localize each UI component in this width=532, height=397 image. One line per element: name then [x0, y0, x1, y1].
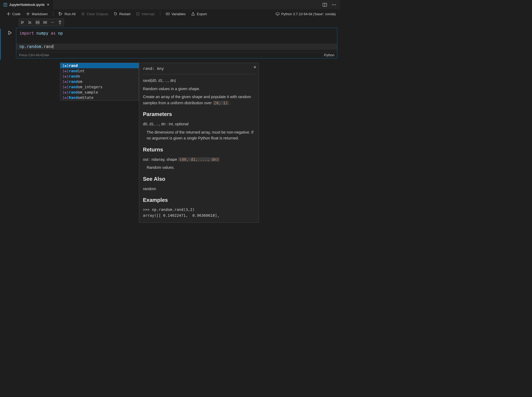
svg-rect-11	[276, 13, 279, 15]
doc-signature: rand: Any	[143, 66, 255, 74]
method-icon: [ɵ]	[62, 85, 67, 89]
variables-button[interactable]: Variables	[163, 11, 188, 17]
cell-more-icon[interactable]	[50, 20, 55, 25]
restart-kernel-button[interactable]: Restart	[111, 11, 133, 17]
svg-rect-15	[43, 21, 45, 23]
svg-rect-1	[5, 4, 6, 4]
doc-heading-examples: Examples	[143, 196, 255, 204]
autocomplete-item[interactable]: [ɵ] random_sample	[60, 90, 139, 95]
editor-tab-label: JupyterNotebook.ipynb	[9, 3, 45, 7]
autocomplete-item[interactable]: [ɵ] random_integers	[60, 84, 139, 90]
method-icon: [ɵ]	[62, 64, 67, 68]
doc-heading-returns: Returns	[143, 146, 255, 154]
autocomplete-item[interactable]: [ɵ] random	[60, 79, 139, 84]
method-icon: [ɵ]	[62, 69, 67, 73]
doc-summary: Random values in a given shape.	[143, 86, 255, 92]
editor-tab-bar: JupyterNotebook.ipynb ✕	[0, 0, 340, 9]
split-cell-icon[interactable]	[35, 20, 40, 25]
cell-status-bar: Press Ctrl+Alt+Enter Python	[16, 52, 337, 58]
cell-hint: Press Ctrl+Alt+Enter	[19, 53, 49, 57]
add-markdown-cell-button[interactable]: Markdown	[24, 11, 50, 17]
clear-outputs-button[interactable]: Clear Outputs	[79, 11, 110, 17]
svg-point-12	[277, 14, 277, 14]
autocomplete-item[interactable]: [ɵ] randint	[60, 68, 139, 74]
autocomplete-item[interactable]: [ɵ] RandomState	[60, 95, 139, 100]
method-icon: [ɵ]	[62, 80, 67, 84]
close-doc-icon[interactable]: ✕	[253, 65, 257, 70]
toolbar-separator	[160, 11, 160, 16]
notebook-body: import numpy as np np.random.rand Press …	[0, 19, 340, 58]
cell-editor[interactable]: import numpy as np np.random.rand Press …	[16, 28, 337, 58]
svg-rect-9	[137, 13, 139, 15]
svg-point-8	[335, 4, 336, 5]
toolbar-separator	[53, 11, 53, 16]
doc-heading-seealso: See Also	[143, 175, 255, 183]
cell-language-label[interactable]: Python	[324, 53, 334, 57]
documentation-popup: ✕ rand: Any rand(d0, d1, ..., dn) Random…	[139, 63, 259, 223]
add-code-cell-button[interactable]: Code	[4, 11, 23, 17]
kernel-label: Python 3.7.10 64-bit ('base': conda)	[281, 12, 336, 16]
split-editor-icon[interactable]	[322, 2, 327, 7]
run-all-button[interactable]: Run All	[57, 11, 78, 17]
svg-point-18	[52, 22, 53, 23]
svg-rect-10	[166, 13, 169, 15]
svg-point-17	[51, 22, 52, 23]
svg-point-6	[332, 4, 333, 5]
method-icon: [ɵ]	[62, 96, 67, 100]
doc-heading-parameters: Parameters	[143, 110, 255, 118]
code-cell: import numpy as np np.random.rand Press …	[4, 19, 340, 58]
autocomplete-item[interactable]: [ɵ] randn	[60, 74, 139, 79]
run-cell-gutter[interactable]	[4, 19, 16, 35]
svg-point-7	[334, 4, 334, 5]
notebook-toolbar: Code Markdown Run All Clear Outputs Rest…	[0, 9, 340, 19]
kernel-picker[interactable]: Python 3.7.10 64-bit ('base': conda)	[275, 12, 336, 16]
cell-focus-indicator	[0, 29, 1, 60]
svg-rect-2	[5, 5, 6, 5]
cell-toolbar	[19, 19, 64, 26]
svg-rect-13	[36, 21, 39, 22]
svg-rect-14	[36, 23, 39, 24]
method-icon: [ɵ]	[62, 90, 67, 94]
autocomplete-item[interactable]: [ɵ] rand	[60, 63, 139, 68]
doc-call: rand(d0, d1, ..., dn)	[143, 78, 255, 83]
delete-cell-icon[interactable]	[58, 20, 62, 25]
text-caret	[53, 44, 54, 49]
editor-tab[interactable]: JupyterNotebook.ipynb ✕	[0, 0, 53, 9]
run-below-icon[interactable]	[28, 20, 32, 25]
close-tab-icon[interactable]: ✕	[46, 3, 50, 7]
export-button[interactable]: Export	[189, 11, 209, 17]
svg-point-19	[53, 22, 54, 23]
change-cell-type-icon[interactable]	[43, 20, 47, 25]
interrupt-kernel-button[interactable]: Interrupt	[134, 11, 157, 17]
svg-rect-3	[5, 5, 6, 6]
autocomplete-popup: [ɵ] rand [ɵ] randint [ɵ] randn [ɵ] rando…	[60, 63, 139, 101]
doc-description: Create an array of the given shape and p…	[143, 94, 255, 106]
notebook-file-icon	[3, 3, 7, 7]
more-actions-icon[interactable]	[331, 2, 336, 7]
method-icon: [ɵ]	[62, 74, 67, 78]
run-above-icon[interactable]	[21, 20, 25, 25]
code-text[interactable]: import numpy as np np.random.rand	[16, 28, 337, 52]
